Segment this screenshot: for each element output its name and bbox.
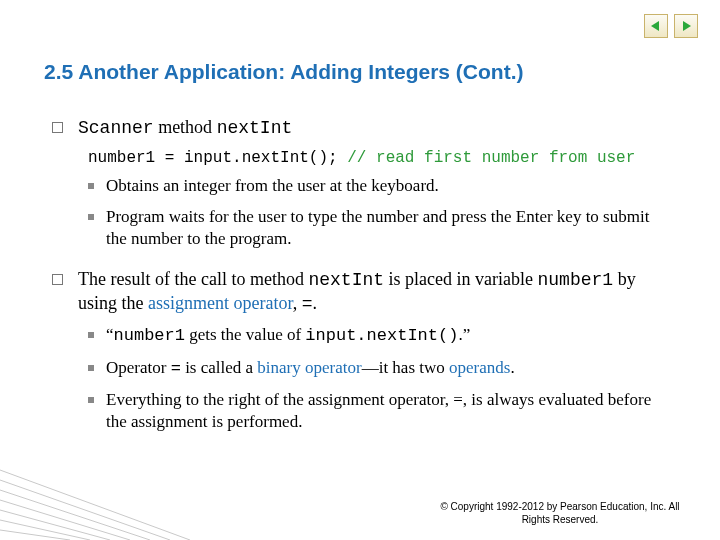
b2s2-e: —it has two <box>362 358 449 377</box>
b2s1-e: .” <box>458 325 470 344</box>
b2s2-d: binary operator <box>257 358 361 377</box>
b2s1-d: input.nextInt() <box>305 326 458 345</box>
copyright-notice: © Copyright 1992-2012 by Pearson Educati… <box>440 500 680 526</box>
b2s2-a: Operator <box>106 358 171 377</box>
bullet-1: Scanner method nextInt <box>52 116 668 140</box>
slide-content: Scanner method nextInt number1 = input.n… <box>52 116 668 443</box>
svg-line-8 <box>0 530 70 540</box>
svg-line-5 <box>0 500 130 540</box>
nav-button-group <box>644 14 698 38</box>
b2s2-c: is called a <box>181 358 257 377</box>
svg-marker-1 <box>683 21 691 31</box>
triangle-right-icon <box>680 20 692 32</box>
bullet-1-code-a: Scanner <box>78 118 154 138</box>
bullet-2-sub-1: “number1 gets the value of input.nextInt… <box>52 324 668 347</box>
bullet-2-sub-2: Operator = is called a binary operator—i… <box>52 357 668 380</box>
b2s1-a: “ <box>106 325 114 344</box>
slide-heading: 2.5 Another Application: Adding Integers… <box>44 60 523 84</box>
b2-d: number1 <box>538 270 614 290</box>
bullet-1-sub-2: Program waits for the user to type the n… <box>52 206 668 250</box>
code-line: number1 = input.nextInt(); // read first… <box>88 148 668 168</box>
svg-line-4 <box>0 490 150 540</box>
b2-g: , <box>293 293 302 313</box>
b2-h: = <box>302 294 313 314</box>
svg-marker-0 <box>651 21 659 31</box>
bullet-1-code-b: nextInt <box>217 118 293 138</box>
b2-c: is placed in variable <box>384 269 537 289</box>
b2s2-g: . <box>510 358 514 377</box>
code-line-comment: // read first number from user <box>347 149 635 167</box>
svg-line-2 <box>0 470 190 540</box>
next-button[interactable] <box>674 14 698 38</box>
b2s1-c: gets the value of <box>185 325 305 344</box>
b2s1-b: number1 <box>114 326 185 345</box>
b2-i: . <box>313 293 318 313</box>
bullet-2: The result of the call to method nextInt… <box>52 268 668 316</box>
prev-button[interactable] <box>644 14 668 38</box>
bullet-2-sub-3: Everything to the right of the assignmen… <box>52 389 668 433</box>
svg-line-7 <box>0 520 90 540</box>
svg-line-6 <box>0 510 110 540</box>
bullet-1-sub-1: Obtains an integer from the user at the … <box>52 175 668 197</box>
corner-decoration <box>0 460 190 540</box>
b2-a: The result of the call to method <box>78 269 308 289</box>
code-line-stmt: number1 = input.nextInt(); <box>88 149 347 167</box>
b2-b: nextInt <box>308 270 384 290</box>
svg-line-3 <box>0 480 170 540</box>
bullet-1-text: method <box>154 117 217 137</box>
b2s2-f: operands <box>449 358 510 377</box>
b2s2-b: = <box>171 359 181 378</box>
b2-f: assignment operator <box>148 293 293 313</box>
triangle-left-icon <box>650 20 662 32</box>
